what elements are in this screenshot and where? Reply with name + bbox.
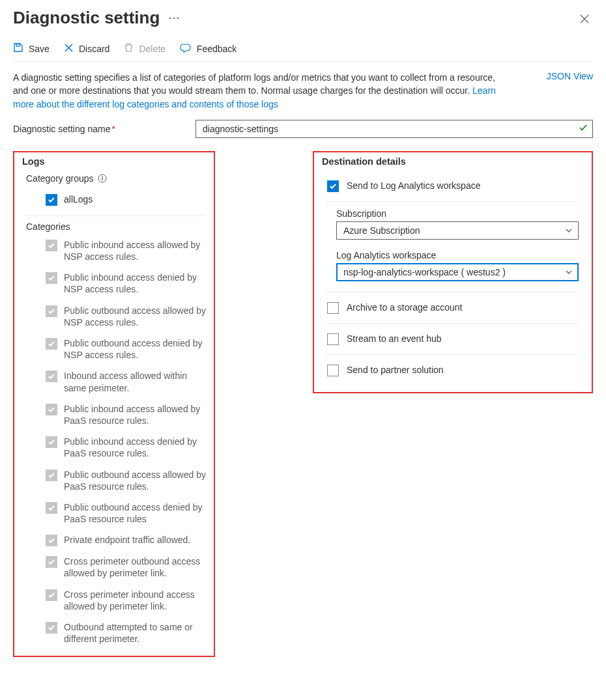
toolbar: Save Discard Delete Feedback [13,33,593,62]
category-row: Cross perimeter inbound access allowed b… [14,584,214,617]
category-label: Public inbound access allowed by PaaS re… [64,403,206,427]
alllogs-label: allLogs [64,193,93,205]
chevron-down-icon [565,227,573,234]
send-law-label: Send to Log Analytics workspace [347,180,480,191]
partner-label: Send to partner solution [347,365,444,375]
page-title-text: Diagnostic setting [13,8,160,28]
columns: Logs Category groups allLogs Categories … [13,151,593,658]
category-label: Public inbound access denied by PaaS res… [64,436,206,459]
category-row: Public inbound access allowed by PaaS re… [14,399,214,431]
category-label: Private endpoint traffic allowed. [64,534,190,546]
partner-row: Send to partner solution [314,357,592,383]
dest-sep-3 [326,323,580,324]
categories-heading: Categories [26,221,214,232]
category-checkbox [46,556,57,568]
dest-sep-4 [326,354,580,355]
subscription-label: Subscription [336,208,579,219]
archive-row: Archive to a storage account [314,295,592,320]
diagnostic-name-input[interactable] [195,120,593,138]
destination-panel: Destination details Send to Log Analytic… [313,151,593,393]
category-row: Public outbound access denied by NSP acc… [14,333,214,365]
category-checkbox [46,535,57,546]
category-row: Outbound attempted to same or different … [14,617,214,649]
svg-rect-0 [16,44,20,47]
send-law-checkbox[interactable] [327,180,339,192]
page-title: Diagnostic setting ··· [13,8,180,28]
category-label: Public outbound access allowed by NSP ac… [64,305,206,328]
category-checkbox [46,338,57,350]
chevron-down-icon [565,268,573,276]
category-label: Public outbound access allowed by PaaS r… [64,469,206,492]
dest-sep-1 [326,201,580,202]
category-label: Public outbound access denied by NSP acc… [64,337,206,361]
category-row: Public inbound access denied by PaaS res… [14,431,214,464]
name-label: Diagnostic setting name* [13,124,189,134]
discard-label: Discard [79,44,109,54]
category-checkbox [46,589,57,601]
destination-title: Destination details [322,156,592,167]
category-row: Cross perimeter outbound access allowed … [14,551,214,583]
subscription-value: Azure Subscription [343,225,420,236]
category-label: Cross perimeter inbound access allowed b… [64,589,206,612]
save-icon [13,42,23,55]
workspace-select[interactable]: nsp-log-analytics-workspace ( westus2 ) [336,263,579,281]
eventhub-row: Stream to an event hub [314,326,592,352]
category-checkbox [46,469,57,481]
delete-label: Delete [139,44,165,54]
workspace-label: Log Analytics workspace [336,250,579,260]
feedback-label: Feedback [197,44,237,54]
save-button[interactable]: Save [13,42,50,55]
archive-checkbox[interactable] [327,302,339,314]
logs-title: Logs [22,156,214,167]
category-row: Private endpoint traffic allowed. [14,529,214,551]
description-text: A diagnostic setting specifies a list of… [13,71,508,111]
save-label: Save [29,44,50,54]
feedback-icon [180,42,192,55]
workspace-field: Log Analytics workspace nsp-log-analytic… [314,246,592,283]
category-label: Public inbound access denied by NSP acce… [64,272,206,295]
name-label-text: Diagnostic setting name [13,124,110,134]
discard-icon [64,43,74,55]
category-label: Cross perimeter outbound access allowed … [64,555,206,579]
subscription-select[interactable]: Azure Subscription [336,221,579,240]
delete-button: Delete [124,42,165,55]
send-law-row: Send to Log Analytics workspace [314,173,592,199]
valid-check-icon [579,123,588,134]
subscription-field: Subscription Azure Subscription [314,204,592,241]
category-checkbox [46,240,57,251]
category-checkbox [46,436,57,448]
title-row: Diagnostic setting ··· [13,8,593,33]
category-row: Public outbound access allowed by PaaS r… [14,464,214,497]
diagnostic-setting-blade: Diagnostic setting ··· Save Discard Dele… [0,0,606,677]
category-checkbox [46,305,57,317]
partner-checkbox[interactable] [327,365,339,376]
more-icon[interactable]: ··· [169,13,180,23]
feedback-button[interactable]: Feedback [180,42,237,55]
category-row: Public inbound access allowed by NSP acc… [14,234,214,267]
alllogs-row: allLogs [14,189,214,210]
delete-icon [124,42,134,55]
description-body: A diagnostic setting specifies a list of… [13,72,495,96]
eventhub-checkbox[interactable] [327,333,339,345]
description-row: A diagnostic setting specifies a list of… [13,71,593,111]
category-groups-heading: Category groups [26,173,214,184]
category-row: Public outbound access denied by PaaS re… [14,497,214,529]
info-icon[interactable] [98,174,107,183]
category-groups-label: Category groups [26,173,94,184]
alllogs-checkbox[interactable] [46,194,57,206]
svg-rect-3 [102,178,102,180]
discard-button[interactable]: Discard [64,43,109,55]
name-row: Diagnostic setting name* [13,120,593,138]
json-view-link[interactable]: JSON View [547,71,593,111]
category-label: Public inbound access allowed by NSP acc… [64,239,206,262]
close-icon[interactable] [576,10,593,29]
dest-sep-2 [326,292,580,292]
category-label: Inbound access allowed within same perim… [64,370,206,393]
category-checkbox [46,371,57,382]
logs-divider [26,216,205,216]
workspace-value: nsp-log-analytics-workspace ( westus2 ) [343,267,506,277]
categories-list: Public inbound access allowed by NSP acc… [14,234,214,650]
required-star: * [111,124,115,134]
category-row: Public outbound access allowed by NSP ac… [14,300,214,333]
name-input-wrap [195,120,593,138]
